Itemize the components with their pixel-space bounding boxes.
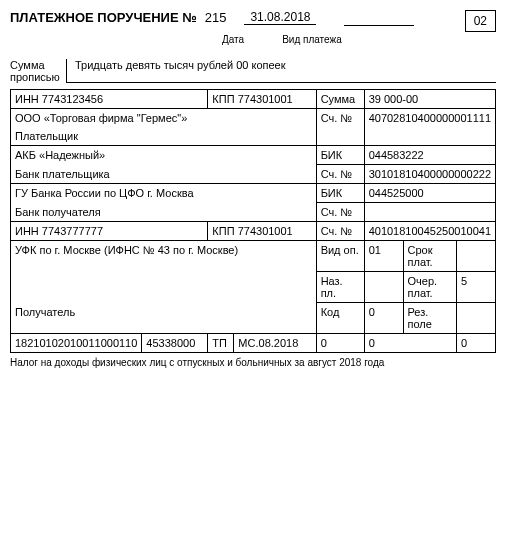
recip-kpp: КПП 774301001 <box>208 222 316 241</box>
payer-bank-acc-label: Сч. № <box>316 165 364 184</box>
srok-value <box>457 241 496 272</box>
bottom-oktmo: 45338000 <box>142 334 208 353</box>
doc-title: ПЛАТЕЖНОЕ ПОРУЧЕНИЕ № <box>10 10 197 25</box>
recip-bank-name: ГУ Банка России по ЦФО г. Москва <box>11 184 317 203</box>
ocher-label: Очер. плат. <box>403 272 457 303</box>
bottom-kbk: 18210102010011000110 <box>11 334 142 353</box>
sum-words-label: Сумма прописью <box>10 59 66 83</box>
bottom-c6: 0 <box>364 334 456 353</box>
rez-label: Рез. поле <box>403 303 457 334</box>
payer-acc-label: Сч. № <box>316 109 364 146</box>
vid-op-label: Вид оп. <box>316 241 364 272</box>
kod-value: 0 <box>364 303 403 334</box>
recip-inn: ИНН 7743777777 <box>11 222 208 241</box>
type-label: Вид платежа <box>282 34 342 45</box>
naz-pl-label: Наз. пл. <box>316 272 364 303</box>
sum-words-text: Тридцать девять тысяч рублей 00 копеек <box>66 59 496 83</box>
kod-label: Код <box>316 303 364 334</box>
payment-type <box>344 10 414 26</box>
bottom-basis: ТП <box>208 334 234 353</box>
recip-bank-label: Банк получателя <box>11 203 317 222</box>
recip-acc: 40101810045250010041 <box>364 222 495 241</box>
doc-date: 31.08.2018 <box>244 10 316 25</box>
recip-acc-label: Сч. № <box>316 222 364 241</box>
payer-bank-label: Банк плательщика <box>11 165 317 184</box>
payer-bank-bik-label: БИК <box>316 146 364 165</box>
naz-pl-value <box>364 272 403 303</box>
payer-name: ООО «Торговая фирма "Гермес"» <box>11 109 317 128</box>
payer-inn: ИНН 7743123456 <box>11 90 208 109</box>
recip-label: Получатель <box>11 303 317 334</box>
main-table: ИНН 7743123456 КПП 774301001 Сумма 39 00… <box>10 89 496 353</box>
sum-value: 39 000-00 <box>364 90 495 109</box>
form-code: 02 <box>465 10 496 32</box>
payer-label: Плательщик <box>11 127 317 146</box>
payer-acc: 40702810400000001111 <box>364 109 495 146</box>
payer-kpp: КПП 774301001 <box>208 90 316 109</box>
payer-bank-bik: 044583222 <box>364 146 495 165</box>
recip-bank-acc-label: Сч. № <box>316 203 364 222</box>
srok-label: Срок плат. <box>403 241 457 272</box>
sum-in-words-row: Сумма прописью Тридцать девять тысяч руб… <box>10 59 496 83</box>
recip-name: УФК по г. Москве (ИФНС № 43 по г. Москве… <box>11 241 317 272</box>
recip-bank-bik-label: БИК <box>316 184 364 203</box>
recip-bank-acc <box>364 203 495 222</box>
date-label: Дата <box>222 34 244 45</box>
ocher-value: 5 <box>457 272 496 303</box>
header-sublabels: Дата Вид платежа <box>10 34 496 45</box>
sum-label: Сумма <box>316 90 364 109</box>
vid-op: 01 <box>364 241 403 272</box>
doc-number: 215 <box>205 10 227 25</box>
payment-purpose: Налог на доходы физических лиц с отпускн… <box>10 357 496 368</box>
payer-bank-name: АКБ «Надежный» <box>11 146 317 165</box>
bottom-period: МС.08.2018 <box>234 334 316 353</box>
bottom-c5: 0 <box>316 334 364 353</box>
rez-value <box>457 303 496 334</box>
bottom-c7: 0 <box>457 334 496 353</box>
recip-bank-bik: 044525000 <box>364 184 495 203</box>
payer-bank-acc: 30101810400000000222 <box>364 165 495 184</box>
header: ПЛАТЕЖНОЕ ПОРУЧЕНИЕ № 215 31.08.2018 02 <box>10 10 496 32</box>
